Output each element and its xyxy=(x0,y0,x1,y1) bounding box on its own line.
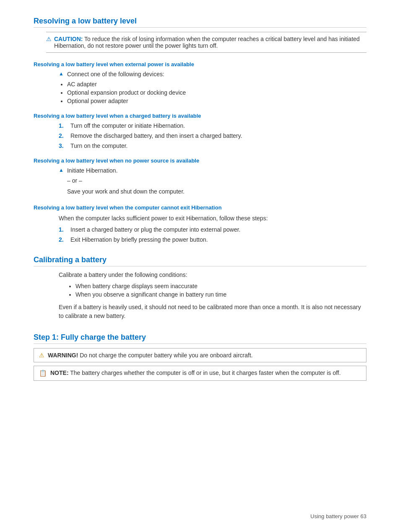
subsection2-steps: Turn off the computer or initiate Hibern… xyxy=(59,122,366,149)
subsection3-step1: Initiate Hibernation. xyxy=(67,167,118,174)
section3-title: Step 1: Fully charge the battery xyxy=(34,333,366,344)
subsection1: Resolving a low battery level when exter… xyxy=(34,61,366,104)
note-doc-icon: 📋 xyxy=(39,369,47,377)
page-number: 63 xyxy=(361,513,366,519)
subsection4-title: Resolving a low battery level when the c… xyxy=(34,204,366,211)
section3: Step 1: Fully charge the battery ⚠ WARNI… xyxy=(34,333,366,381)
note-text-content: The battery charges whether the computer… xyxy=(70,369,340,376)
list-item: Remove the discharged battery, and then … xyxy=(59,132,366,139)
note-box: 📋 NOTE: The battery charges whether the … xyxy=(34,366,366,381)
list-item: AC adapter xyxy=(67,81,366,88)
subsection1-bullets: AC adapter Optional expansion product or… xyxy=(67,81,366,104)
subsection1-content: ▲ Connect one of the following devices: … xyxy=(59,71,366,104)
list-item: When you observe a significant change in… xyxy=(75,291,366,298)
caution-text-content: To reduce the risk of losing information… xyxy=(54,36,360,49)
subsection1-intro: Connect one of the following devices: xyxy=(67,71,164,77)
subsection1-intro-row: ▲ Connect one of the following devices: xyxy=(59,71,366,77)
warning-triangle-icon: ⚠ xyxy=(39,352,44,359)
section2-bullets: When battery charge displays seem inaccu… xyxy=(75,283,366,298)
list-item: Optional power adapter xyxy=(67,98,366,104)
list-item: Turn on the computer. xyxy=(59,142,366,149)
list-item: Optional expansion product or docking de… xyxy=(67,89,366,96)
note-label: NOTE: xyxy=(50,369,69,376)
section2-intro: Calibrate a battery under the following … xyxy=(59,271,366,279)
subsection3-or: – or – xyxy=(67,177,366,184)
page-footer: Using battery power 63 xyxy=(310,513,366,519)
subsection2: Resolving a low battery level when a cha… xyxy=(34,113,366,149)
list-item: Turn off the computer or initiate Hibern… xyxy=(59,122,366,129)
subsection1-title: Resolving a low battery level when exter… xyxy=(34,61,366,67)
section2-title: Calibrating a battery xyxy=(34,256,366,266)
list-item: Insert a charged battery or plug the com… xyxy=(59,226,366,233)
subsection4: Resolving a low battery level when the c… xyxy=(34,204,366,243)
subsection3-step1-row: ▲ Initiate Hibernation. xyxy=(59,167,366,174)
triangle-bullet-icon: ▲ xyxy=(59,71,64,77)
warning-label: WARNING! xyxy=(48,352,78,359)
warning-content: WARNING! Do not charge the computer batt… xyxy=(48,352,253,359)
subsection3-content: ▲ Initiate Hibernation. – or – Save your… xyxy=(59,167,366,196)
note-content: NOTE: The battery charges whether the co… xyxy=(50,369,341,376)
section1-title: Resolving a low battery level xyxy=(34,17,366,28)
section2: Calibrating a battery Calibrate a batter… xyxy=(34,256,366,320)
list-item: Exit Hibernation by briefly pressing the… xyxy=(59,236,366,243)
subsection3-title: Resolving a low battery level when no po… xyxy=(34,158,366,164)
caution-box: ⚠ CAUTION: To reduce the risk of losing … xyxy=(46,32,366,53)
subsection3-step2: Save your work and shut down the compute… xyxy=(67,187,366,196)
footer-text: Using battery power xyxy=(310,513,359,519)
triangle-bullet-icon2: ▲ xyxy=(59,167,64,173)
subsection2-title: Resolving a low battery level when a cha… xyxy=(34,113,366,119)
warning-text-content: Do not charge the computer battery while… xyxy=(80,352,252,359)
subsection4-intro: When the computer lacks sufficient power… xyxy=(59,214,366,223)
caution-label: CAUTION: xyxy=(54,36,83,42)
caution-triangle-icon: ⚠ xyxy=(46,36,52,42)
warning-box: ⚠ WARNING! Do not charge the computer ba… xyxy=(34,348,366,362)
subsection3: Resolving a low battery level when no po… xyxy=(34,158,366,196)
subsection4-steps: Insert a charged battery or plug the com… xyxy=(59,226,366,243)
list-item: When battery charge displays seem inaccu… xyxy=(75,283,366,289)
caution-content: CAUTION: To reduce the risk of losing in… xyxy=(54,36,366,49)
section2-note: Even if a battery is heavily used, it sh… xyxy=(59,303,366,320)
